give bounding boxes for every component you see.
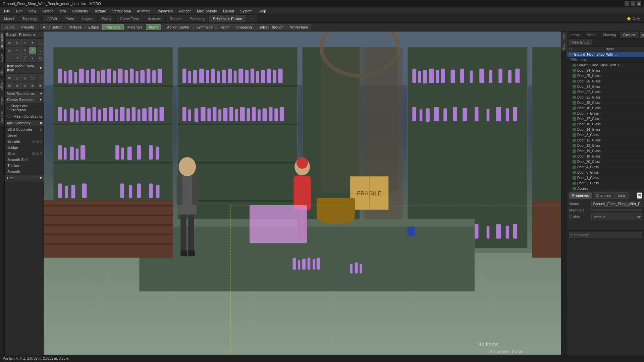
tab-uvedit[interactable]: UVEdit [42, 15, 61, 22]
menu-layout[interactable]: Layout [220, 8, 237, 14]
list-item-3[interactable]: ✓ Door_26_Glass [567, 79, 644, 84]
rp-tab-shading[interactable]: Shading [599, 32, 620, 38]
menu-geometry[interactable]: Geometry [69, 8, 91, 14]
menu-edit[interactable]: Edit [13, 8, 25, 14]
item-list[interactable]: ✓ Ground_Floor_Shop_With_P... ✓ Door_24_… [567, 63, 644, 190]
menu-vertex-map[interactable]: Vertex Map [110, 8, 134, 14]
command-input[interactable] [569, 232, 642, 238]
tool-g7[interactable]: ⊚ [13, 82, 21, 89]
left-tab-polygon[interactable]: Polygon [0, 78, 4, 95]
bevel-item[interactable]: Bevel [5, 132, 45, 138]
presets-button[interactable]: Presets [18, 24, 37, 30]
3d-scene[interactable]: FRAGILE [44, 32, 561, 355]
select-through-button[interactable]: Select Through [256, 24, 286, 30]
vertices-button[interactable]: Vertices [65, 24, 85, 30]
tab-scripting[interactable]: Scripting [186, 15, 209, 22]
prop-tab-properties[interactable]: Properties [569, 192, 592, 199]
tool-g10[interactable]: ⊕ [37, 82, 44, 89]
list-item-2[interactable]: ✓ Door_25_Glass [567, 73, 644, 79]
left-tab-curve[interactable]: Curve [0, 94, 4, 108]
tool-g8[interactable]: ⊝ [21, 82, 29, 89]
left-tab-edge[interactable]: Edge [0, 65, 4, 78]
menu-view[interactable]: View [26, 8, 39, 14]
list-item-11[interactable]: ✓ Door_16_Glass [567, 122, 644, 127]
tool-select[interactable]: ◻ [6, 47, 13, 54]
right-strip-btn-2[interactable]: Prop [561, 42, 567, 52]
tab-model[interactable]: Model [0, 15, 18, 22]
tool-extra[interactable]: ▿ [37, 47, 44, 54]
tool-lasso[interactable]: ⌖ [13, 47, 21, 54]
tool-move[interactable]: ⊕ [6, 39, 13, 46]
tool-circle[interactable]: ○ [6, 54, 13, 62]
list-item-5[interactable]: ✓ Door_22_Glass [567, 89, 644, 95]
edges-button[interactable]: Edges [85, 24, 102, 30]
tool-g4[interactable]: ⬛ [29, 74, 36, 81]
sculpt-button[interactable]: Sculpt [1, 24, 18, 30]
list-item-15[interactable]: ✓ Door_12_Glass [567, 143, 644, 148]
list-item-0[interactable]: ✓ Ground_Floor_Shop_With_P... [567, 63, 644, 68]
menu-dynamics[interactable]: Dynamics [154, 8, 175, 14]
list-item-12[interactable]: ✓ Door_14_Glass [567, 127, 644, 132]
list-item-23[interactable]: ✓ Access [567, 186, 644, 190]
edit-dropdown[interactable]: Edit ▼ [5, 175, 45, 181]
menu-animate[interactable]: Animate [134, 8, 153, 14]
prop-name-input[interactable] [591, 201, 642, 207]
list-item-9[interactable]: ✓ Door_7_Glass [567, 111, 644, 116]
tab-layout[interactable]: Layout [78, 15, 98, 22]
maximize-button[interactable]: □ [631, 1, 635, 6]
tab-render[interactable]: Render [166, 15, 186, 22]
falloff-button[interactable]: Falloff [216, 24, 232, 30]
tool-edge[interactable]: ╱ [21, 54, 29, 62]
tool-rotate[interactable]: ↻ [13, 39, 21, 46]
list-item-16[interactable]: ✓ Door_19_Glass [567, 148, 644, 154]
list-item-21[interactable]: ✓ Door_1_Glass [567, 175, 644, 181]
prop-visible-select[interactable]: default on off [591, 214, 642, 220]
tool-g2[interactable]: △ [13, 74, 21, 81]
prop-tab-lists[interactable]: Lists [615, 192, 629, 199]
rp-action-1[interactable]: ⊞ [640, 32, 644, 38]
menu-item[interactable]: Item [56, 8, 68, 14]
right-strip-btn-1[interactable]: Item [561, 32, 567, 42]
list-item-22[interactable]: ✓ Door_3_Glass [567, 181, 644, 186]
close-button[interactable]: ✕ [637, 1, 641, 6]
menu-select[interactable]: Select [40, 8, 55, 14]
tab-add[interactable]: + [247, 15, 257, 22]
workplane-button[interactable]: WorkPlane [287, 24, 311, 30]
tool-more[interactable]: … [37, 39, 44, 46]
list-item-10[interactable]: ✓ Door_17_Glass [567, 116, 644, 122]
polygons-button[interactable]: Polygons [102, 24, 123, 30]
menu-help[interactable]: Help [256, 8, 269, 14]
tab-animate[interactable]: Animate [144, 15, 166, 22]
menu-maxtoModo[interactable]: MaxToModo [194, 8, 220, 14]
tool-arrow[interactable]: ↗ [13, 54, 21, 62]
tab-topology[interactable]: Topology [18, 15, 42, 22]
menu-file[interactable]: File [1, 8, 13, 14]
rp-tab-groups[interactable]: Groups [620, 32, 639, 38]
list-item-17[interactable]: ✓ Door_18_Glass [567, 154, 644, 159]
tab-game-tools[interactable]: Game Tools [116, 15, 144, 22]
rp-tab-mesh[interactable]: Mesh [583, 32, 599, 38]
snaps-precision-item[interactable]: ⬡ Snaps and Precision [5, 103, 45, 113]
more-transforms-header[interactable]: More Transforms ▼ [5, 90, 45, 97]
left-tab-mesh-edit[interactable]: Mesh Edit [0, 32, 4, 51]
menu-render[interactable]: Render [176, 8, 194, 14]
prop-tab-channels[interactable]: Channels [593, 192, 614, 199]
tool-g9[interactable]: ⊗ [29, 82, 36, 89]
group-selected-item[interactable]: ✓ Ground_Floor_Shop_With_... [567, 52, 644, 57]
sds-subdivide-item[interactable]: SDS Subdivide D [5, 126, 45, 132]
menu-texture[interactable]: Texture [92, 8, 109, 14]
list-item-8[interactable]: ✓ Door_10_Glass [567, 106, 644, 111]
center-selected-dropdown[interactable]: Center Selected ▼ [5, 97, 45, 103]
tool-poly[interactable]: ⬡ [37, 54, 44, 62]
list-item-18[interactable]: ✓ Door_20_Glass [567, 159, 644, 165]
smooth-item[interactable]: Smooth [5, 169, 45, 175]
tool-g3[interactable]: ◎ [21, 74, 29, 81]
list-item-14[interactable]: ✓ Door_11_Glass [567, 138, 644, 143]
thicken-item[interactable]: Thicken [5, 163, 45, 169]
tool-pen[interactable]: ✎ [21, 47, 29, 54]
list-item-13[interactable]: ✓ Door_8_Glass [567, 132, 644, 138]
new-group-button[interactable]: New Group [569, 40, 592, 45]
left-tab-vertex[interactable]: Vertex [0, 51, 4, 65]
tool-text[interactable]: A [29, 47, 36, 54]
symmetry-button[interactable]: Symmetry [193, 24, 216, 30]
